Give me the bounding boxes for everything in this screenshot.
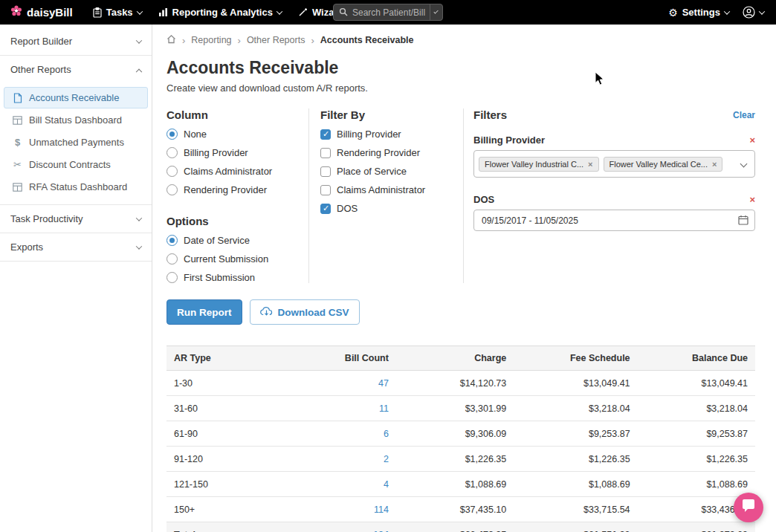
sidebar-section-report-builder[interactable]: Report Builder bbox=[0, 27, 152, 56]
checkbox-label: Claims Administrator bbox=[337, 184, 425, 195]
radio-icon[interactable] bbox=[166, 272, 178, 283]
bill-count-link[interactable]: 114 bbox=[308, 497, 396, 522]
col-header-charge: Charge bbox=[396, 346, 514, 371]
table-row: 61-90 6 $9,306.09 $9,253.87 $9,253.87 bbox=[166, 421, 755, 447]
sidebar-item-accounts-receivable[interactable]: Accounts Receivable bbox=[4, 87, 148, 108]
checkbox-billing-provider[interactable]: Billing Provider bbox=[320, 129, 456, 140]
chevron-down-icon[interactable] bbox=[740, 160, 748, 168]
radio-option-first-submission[interactable]: First Submission bbox=[166, 272, 301, 283]
brand-logo[interactable]: daisyBill bbox=[10, 5, 73, 19]
section-label: Report Builder bbox=[10, 36, 72, 47]
balance-due-cell: $1,226.35 bbox=[638, 447, 755, 472]
dos-date-range-value: 09/15/2017 - 11/05/2025 bbox=[482, 215, 578, 226]
sidebar-item-discount-contracts[interactable]: ✂ Discount Contracts bbox=[4, 154, 148, 175]
remove-billing-provider-filter-icon[interactable]: × bbox=[749, 135, 755, 145]
radio-option-date-of-service[interactable]: Date of Service bbox=[166, 235, 301, 246]
radio-icon[interactable] bbox=[166, 147, 178, 158]
chevron-down-icon[interactable] bbox=[433, 9, 439, 14]
col-header-ar-type: AR Type bbox=[166, 346, 308, 371]
checkbox-icon[interactable] bbox=[320, 166, 331, 177]
scissors-icon: ✂ bbox=[12, 159, 23, 170]
radio-column-billing-provider[interactable]: Billing Provider bbox=[166, 147, 301, 158]
section-label: Other Reports bbox=[10, 64, 71, 75]
checkbox-icon[interactable] bbox=[320, 185, 331, 195]
account-menu[interactable] bbox=[741, 0, 766, 25]
radio-column-none[interactable]: None bbox=[166, 129, 301, 140]
cloud-download-icon bbox=[260, 306, 273, 318]
radio-label: Rendering Provider bbox=[184, 184, 267, 195]
billing-provider-multiselect[interactable]: Flower Valley Industrial C... × Flower V… bbox=[473, 150, 755, 178]
checkbox-place-of-service[interactable]: Place of Service bbox=[320, 166, 456, 177]
checkbox-icon[interactable] bbox=[320, 204, 331, 214]
checkbox-dos[interactable]: DOS bbox=[320, 203, 456, 214]
bar-chart-icon bbox=[158, 7, 168, 17]
bill-count-link[interactable]: 2 bbox=[308, 447, 396, 472]
fee-schedule-cell: $3,218.04 bbox=[514, 396, 637, 421]
chat-launcher-button[interactable] bbox=[734, 493, 763, 522]
search-box[interactable]: Search Patient/Bill bbox=[333, 4, 443, 21]
fee-schedule-cell: $13,049.41 bbox=[514, 371, 637, 396]
checkbox-label: Rendering Provider bbox=[337, 147, 420, 158]
breadcrumb-other-reports[interactable]: Other Reports bbox=[247, 35, 305, 45]
charge-cell: $9,306.09 bbox=[396, 421, 514, 447]
breadcrumb-reporting[interactable]: Reporting bbox=[191, 35, 231, 45]
run-report-button[interactable]: Run Report bbox=[166, 299, 242, 325]
total-bill-count-link[interactable]: 184 bbox=[308, 522, 396, 532]
dos-date-range-input[interactable]: 09/15/2017 - 11/05/2025 bbox=[473, 210, 755, 231]
radio-column-rendering-provider[interactable]: Rendering Provider bbox=[166, 184, 301, 195]
checkbox-rendering-provider[interactable]: Rendering Provider bbox=[320, 147, 456, 158]
radio-label: Billing Provider bbox=[184, 147, 248, 158]
balance-due-cell: $1,088.69 bbox=[638, 472, 755, 497]
radio-label: First Submission bbox=[184, 272, 255, 283]
radio-option-current-submission[interactable]: Current Submission bbox=[166, 253, 301, 265]
radio-column-claims-administrator[interactable]: Claims Administrator bbox=[166, 166, 301, 177]
sidebar-section-exports[interactable]: Exports bbox=[0, 233, 152, 262]
filters-title: Filters bbox=[473, 108, 507, 121]
checkbox-icon[interactable] bbox=[320, 148, 331, 158]
clear-filters-link[interactable]: Clear bbox=[733, 110, 755, 120]
bill-count-link[interactable]: 47 bbox=[308, 371, 396, 396]
col-header-balance-due: Balance Due bbox=[638, 346, 755, 371]
sidebar-item-rfa-status-dashboard[interactable]: RFA Status Dashboard bbox=[4, 176, 148, 198]
balance-due-cell: $9,253.87 bbox=[638, 421, 755, 447]
table-row: 121-150 4 $1,088.69 $1,088.69 $1,088.69 bbox=[166, 472, 755, 497]
sidebar-item-bill-status-dashboard[interactable]: Bill Status Dashboard bbox=[4, 109, 148, 131]
page-title: Accounts Receivable bbox=[166, 58, 755, 78]
download-csv-button[interactable]: Download CSV bbox=[250, 299, 360, 325]
radio-label: Current Submission bbox=[184, 253, 268, 265]
chat-icon bbox=[741, 499, 756, 516]
remove-tag-icon[interactable]: × bbox=[588, 160, 592, 169]
chevron-down-icon bbox=[759, 8, 765, 14]
ar-type-cell: 1-30 bbox=[166, 371, 308, 396]
bill-count-link[interactable]: 4 bbox=[308, 472, 396, 497]
total-balance-due-cell: $61,272.63 bbox=[638, 522, 755, 532]
section-label: Task Productivity bbox=[10, 213, 83, 224]
fee-schedule-cell: $1,088.69 bbox=[514, 472, 637, 497]
sidebar-section-task-productivity[interactable]: Task Productivity bbox=[0, 205, 152, 233]
radio-icon[interactable] bbox=[166, 129, 178, 140]
table-grid-icon bbox=[12, 116, 23, 125]
home-icon[interactable] bbox=[166, 34, 176, 46]
nav-settings[interactable]: ⚙ Settings bbox=[667, 0, 731, 25]
bill-count-link[interactable]: 6 bbox=[308, 421, 396, 447]
nav-settings-label: Settings bbox=[682, 7, 720, 18]
bill-count-link[interactable]: 11 bbox=[308, 396, 396, 421]
radio-icon[interactable] bbox=[166, 184, 178, 195]
calendar-icon[interactable] bbox=[738, 215, 748, 227]
radio-icon[interactable] bbox=[166, 253, 178, 265]
radio-label: Claims Administrator bbox=[184, 166, 272, 177]
radio-icon[interactable] bbox=[166, 166, 178, 177]
nav-reporting-label: Reporting & Analytics bbox=[172, 7, 273, 18]
remove-dos-filter-icon[interactable]: × bbox=[749, 195, 755, 204]
sidebar-section-other-reports[interactable]: Other Reports bbox=[0, 56, 152, 83]
billing-provider-filter-label: Billing Provider bbox=[473, 134, 545, 146]
sidebar-item-unmatched-payments[interactable]: $ Unmatched Payments bbox=[4, 132, 148, 153]
radio-icon[interactable] bbox=[166, 235, 178, 246]
checkbox-claims-administrator[interactable]: Claims Administrator bbox=[320, 184, 456, 195]
remove-tag-icon[interactable]: × bbox=[712, 160, 717, 169]
primary-nav: Tasks Reporting & Analytics Wizard bbox=[86, 0, 360, 25]
nav-tasks[interactable]: Tasks bbox=[86, 0, 149, 25]
checkbox-icon[interactable] bbox=[320, 129, 331, 140]
nav-reporting-analytics[interactable]: Reporting & Analytics bbox=[152, 0, 288, 25]
billing-provider-filter-group: Billing Provider × Flower Valley Industr… bbox=[473, 134, 755, 178]
